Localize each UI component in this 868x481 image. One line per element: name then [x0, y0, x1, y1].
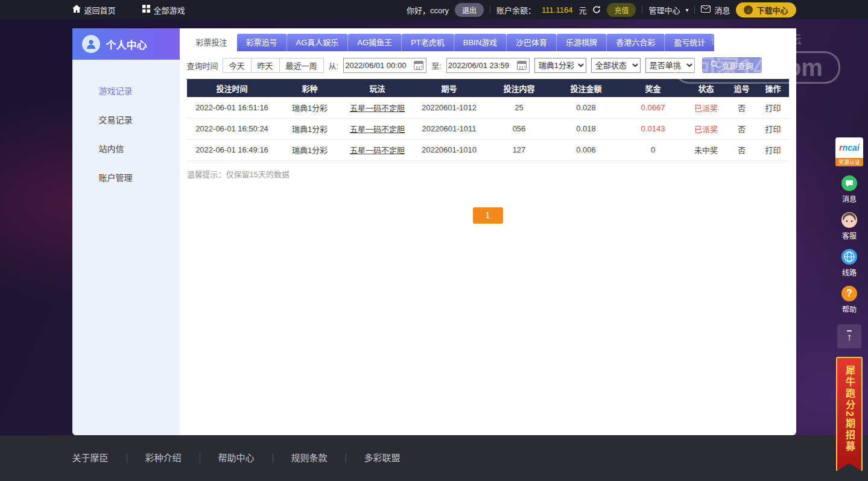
- status-select[interactable]: 全部状态: [591, 58, 641, 73]
- envelope-icon: [701, 5, 711, 14]
- calendar-icon[interactable]: [517, 61, 527, 70]
- tab-shaba-sports[interactable]: 沙巴体育: [507, 34, 557, 51]
- cell-bet-content: 056: [486, 118, 553, 139]
- print-link[interactable]: 打印: [758, 118, 789, 139]
- search-button[interactable]: 立即查询: [702, 57, 762, 73]
- quick-today-button[interactable]: 今天: [223, 58, 252, 73]
- footer-link-help-center[interactable]: 帮助中心: [200, 453, 273, 463]
- cell-bet-time: 2022-06-01 16:50:24: [187, 118, 277, 139]
- award-cert-badge[interactable]: rncai 奖源认证: [835, 137, 863, 166]
- print-link[interactable]: 打印: [758, 139, 789, 160]
- tab-ag-fishing[interactable]: AG捕鱼王: [348, 34, 402, 51]
- promo-banner-text: 犀牛跑分2期招募: [842, 365, 857, 453]
- float-customer-service[interactable]: 客服: [841, 212, 857, 241]
- play-type-link[interactable]: 五星一码不定胆: [343, 97, 413, 118]
- sidebar-nav: 游戏记录 交易记录 站内信 账户管理: [72, 60, 180, 192]
- pagination: 1: [187, 207, 789, 224]
- cell-bet-amount: 0.028: [553, 97, 620, 118]
- content-area: 彩票投注 彩票追号 AG真人娱乐 AG捕鱼王 PT老虎机 BBIN游戏 沙巴体育…: [180, 28, 796, 435]
- footer-link-alliance[interactable]: 多彩联盟: [346, 453, 419, 463]
- sidebar-header: 个人中心: [72, 28, 180, 60]
- col-bet-time: 投注时间: [187, 79, 277, 97]
- play-type-link[interactable]: 五星一码不定胆: [343, 139, 413, 160]
- refresh-balance-icon[interactable]: [592, 5, 601, 14]
- float-messages-label: 消息: [842, 193, 857, 204]
- recharge-button[interactable]: 充值: [607, 3, 636, 17]
- sidebar-item-transaction-records[interactable]: 交易记录: [72, 105, 180, 134]
- footer-link-lottery-intro[interactable]: 彩种介绍: [127, 453, 200, 463]
- float-lines-label: 线路: [842, 267, 857, 277]
- bet-records-table: 投注时间 彩种 玩法 期号 投注内容 投注金额 奖金 状态 追号 操作 2022…: [187, 79, 789, 161]
- sidebar-item-account-management[interactable]: 账户管理: [72, 163, 180, 192]
- query-time-label: 查询时间: [187, 60, 218, 71]
- from-date-field: [343, 58, 426, 73]
- single-bet-select[interactable]: 是否单挑: [645, 58, 695, 73]
- cell-bet-amount: 0.018: [553, 118, 620, 139]
- to-label: 至:: [431, 60, 442, 71]
- all-games-link[interactable]: 全部游戏: [142, 4, 185, 16]
- col-action: 操作: [758, 79, 789, 97]
- tab-lottery-chase[interactable]: 彩票追号: [237, 34, 287, 51]
- sidebar: 个人中心 游戏记录 交易记录 站内信 账户管理: [72, 28, 180, 435]
- messages-link[interactable]: 消息: [701, 4, 730, 16]
- admin-center-menu[interactable]: 管理中心 ▾: [648, 4, 688, 16]
- float-lines[interactable]: 线路: [841, 249, 857, 277]
- quick-last-week-button[interactable]: 最近一周: [279, 58, 324, 73]
- col-play-type: 玩法: [343, 79, 413, 97]
- calendar-icon[interactable]: [414, 61, 423, 70]
- record-tabs: 彩票投注 彩票追号 AG真人娱乐 AG捕鱼王 PT老虎机 BBIN游戏 沙巴体育…: [187, 34, 789, 51]
- print-link[interactable]: 打印: [758, 97, 789, 118]
- home-link-label: 返回首页: [84, 4, 116, 16]
- footer-link-about[interactable]: 关于摩臣: [72, 453, 127, 463]
- sidebar-item-game-records[interactable]: 游戏记录: [72, 77, 180, 105]
- status-badge: 未中奖: [686, 139, 726, 160]
- cell-bet-time: 2022-06-01 16:49:16: [187, 139, 277, 160]
- divider: [642, 5, 642, 14]
- floating-sidebar: rncai 奖源认证 消息 客服 线路 ? 帮助 ↑ 犀牛跑分2期招募: [834, 137, 865, 471]
- sidebar-title: 个人中心: [106, 37, 147, 52]
- play-type-link[interactable]: 五星一码不定胆: [343, 118, 413, 139]
- status-badge: 已派奖: [686, 118, 726, 139]
- col-bet-content: 投注内容: [486, 79, 553, 97]
- cell-chase: 否: [726, 139, 758, 160]
- customer-service-icon: [841, 212, 857, 228]
- table-header-row: 投注时间 彩种 玩法 期号 投注内容 投注金额 奖金 状态 追号 操作: [187, 79, 789, 97]
- arrow-to-top-icon: ↑: [847, 330, 852, 342]
- tab-leyou-chess[interactable]: 乐游棋牌: [557, 34, 607, 51]
- logout-button[interactable]: 退出: [455, 3, 484, 17]
- download-center-label: 下载中心: [756, 4, 788, 16]
- tab-profit-stats[interactable]: 盈亏统计: [665, 34, 714, 51]
- tab-lottery-bets[interactable]: 彩票投注: [187, 34, 237, 51]
- home-link[interactable]: 返回首页: [72, 4, 116, 16]
- cell-prize: 0: [620, 139, 686, 160]
- footer-link-rules[interactable]: 规则条款: [273, 453, 346, 463]
- from-date-input[interactable]: [345, 61, 414, 70]
- admin-center-label: 管理中心: [648, 4, 680, 16]
- topbar: 返回首页 全部游戏 你好，ccory 退出 账户余额： 111.1164 元 充…: [0, 0, 868, 19]
- search-button-label: 立即查询: [722, 60, 753, 71]
- cell-lottery: 瑞典1分彩: [277, 118, 343, 139]
- balance-label: 账户余额：: [496, 4, 536, 16]
- back-to-top-button[interactable]: ↑: [837, 324, 861, 348]
- lottery-select[interactable]: 瑞典1分彩: [534, 58, 586, 73]
- cert-ribbon-label: 奖源认证: [835, 158, 863, 166]
- download-center-button[interactable]: ↓ 下载中心: [736, 2, 796, 17]
- tab-ag-live[interactable]: AG真人娱乐: [287, 34, 349, 51]
- sidebar-item-inbox[interactable]: 站内信: [72, 134, 180, 163]
- float-help[interactable]: ? 帮助: [841, 286, 857, 314]
- promo-banner[interactable]: 犀牛跑分2期招募: [836, 357, 863, 471]
- table-row: 2022-06-01 16:51:16 瑞典1分彩 五星一码不定胆 202206…: [187, 97, 789, 118]
- float-messages[interactable]: 消息: [841, 175, 857, 204]
- from-label: 从:: [329, 60, 339, 71]
- col-status: 状态: [686, 79, 726, 97]
- page-1-button[interactable]: 1: [473, 207, 503, 224]
- to-date-input[interactable]: [448, 61, 517, 70]
- divider: [490, 5, 490, 14]
- greeting-text: 你好，ccory: [407, 4, 449, 16]
- quick-yesterday-button[interactable]: 昨天: [251, 58, 280, 73]
- tab-pt-slots[interactable]: PT老虎机: [402, 34, 454, 51]
- cell-bet-content: 25: [486, 97, 553, 118]
- tab-bbin-games[interactable]: BBIN游戏: [454, 34, 507, 51]
- cell-lottery: 瑞典1分彩: [277, 97, 343, 118]
- tab-hk-mark-six[interactable]: 香港六合彩: [607, 34, 665, 51]
